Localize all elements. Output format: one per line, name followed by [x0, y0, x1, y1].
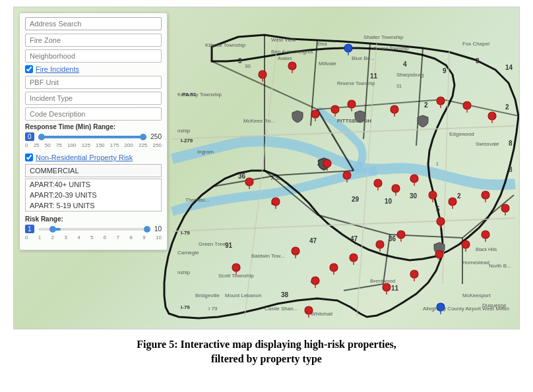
marker-red-31[interactable] [232, 263, 241, 277]
svg-point-100 [331, 105, 339, 113]
svg-text:11: 11 [391, 285, 399, 292]
marker-red-7[interactable] [462, 101, 472, 115]
list-item-1[interactable]: APART:20-39 UNITS [26, 190, 161, 200]
svg-text:11: 11 [370, 72, 378, 80]
svg-point-158 [292, 247, 299, 255]
marker-red-33[interactable] [304, 306, 313, 320]
figure-container: I-279 I-79 I-79 PA 51 A 50 3 11 4 9 3 14… [0, 0, 533, 380]
marker-red-0[interactable] [258, 70, 267, 84]
marker-red-3[interactable] [330, 105, 340, 119]
svg-text:I-79: I-79 [181, 304, 190, 310]
caption-line1: Figure 5: Interactive map displaying hig… [13, 337, 520, 352]
svg-point-144 [462, 240, 470, 248]
neighborhood-input[interactable] [25, 49, 162, 63]
marker-red-5[interactable] [390, 105, 399, 119]
svg-text:8: 8 [509, 166, 513, 173]
svg-text:38: 38 [281, 291, 289, 298]
list-item-2[interactable]: APART: 5-19 UNITS [26, 200, 161, 211]
marker-red-26[interactable] [481, 230, 490, 244]
svg-text:Blue Be...: Blue Be... [352, 55, 375, 61]
response-time-ticks: 0255075100125150175200225250 [25, 142, 162, 148]
marker-red-32[interactable] [291, 246, 300, 261]
risk-range: Risk Range: 1 10 012345678910 [25, 215, 162, 240]
marker-blue-0[interactable] [344, 43, 353, 58]
svg-text:Carnegie: Carnegie [177, 250, 199, 256]
marker-red-16[interactable] [436, 217, 445, 231]
marker-red-14[interactable] [428, 190, 437, 205]
marker-red-21[interactable] [311, 276, 320, 291]
svg-text:I-79: I-79 [181, 230, 190, 236]
svg-text:I 79: I 79 [208, 306, 218, 312]
svg-point-94 [259, 70, 266, 78]
marker-red-10[interactable] [342, 171, 352, 185]
svg-text:Kilbuck Township: Kilbuck Township [205, 42, 246, 48]
marker-red-27[interactable] [481, 190, 490, 205]
list-item-0[interactable]: APART:40+ UNITS [26, 179, 161, 190]
svg-point-116 [374, 179, 382, 187]
code-description-input[interactable] [25, 107, 162, 121]
marker-red-23[interactable] [410, 269, 419, 284]
marker-red-2[interactable] [311, 109, 320, 124]
svg-point-160 [305, 306, 313, 314]
svg-point-142 [435, 250, 443, 258]
fire-zone-input[interactable] [25, 34, 162, 47]
svg-point-146 [482, 231, 489, 238]
svg-point-164 [437, 303, 445, 311]
marker-red-29[interactable] [245, 177, 254, 192]
marker-red-8[interactable] [487, 111, 497, 126]
marker-red-20[interactable] [329, 263, 338, 277]
marker-red-9[interactable] [323, 159, 332, 173]
address-search-input[interactable] [25, 17, 162, 30]
svg-text:10: 10 [385, 198, 392, 205]
svg-point-98 [311, 110, 319, 118]
svg-point-108 [463, 101, 471, 109]
svg-point-156 [232, 264, 240, 271]
non-residential-label[interactable]: Non-Residential Property Risk [36, 154, 133, 161]
marker-red-28[interactable] [501, 204, 510, 218]
marker-red-19[interactable] [349, 253, 358, 267]
marker-red-15[interactable] [448, 197, 457, 211]
marker-red-17[interactable] [396, 230, 406, 244]
svg-point-152 [245, 178, 253, 186]
svg-text:Swissvale: Swissvale [476, 141, 499, 147]
marker-red-25[interactable] [461, 240, 470, 254]
marker-red-1[interactable] [288, 61, 297, 76]
svg-text:47: 47 [309, 237, 317, 244]
marker-red-6[interactable] [436, 96, 445, 111]
svg-text:Green Tree: Green Tree [199, 241, 226, 247]
svg-point-130 [376, 240, 384, 248]
svg-text:2: 2 [457, 192, 461, 200]
svg-text:5: 5 [436, 206, 440, 213]
svg-point-140 [410, 270, 418, 278]
fire-incidents-label[interactable]: Fire Incidents [36, 65, 79, 73]
commercial-value-box[interactable]: COMMERCIAL [25, 164, 162, 177]
marker-red-12[interactable] [391, 184, 400, 198]
svg-text:47: 47 [350, 235, 358, 242]
svg-text:O Hara Township: O Hara Township [373, 46, 409, 51]
marker-red-30[interactable] [271, 197, 280, 211]
pbf-unit-input[interactable] [25, 76, 162, 89]
marker-red-22[interactable] [382, 283, 391, 297]
svg-text:14: 14 [505, 64, 513, 71]
svg-text:29: 29 [352, 196, 360, 203]
svg-point-136 [311, 277, 319, 285]
svg-text:30: 30 [410, 192, 418, 200]
shield-icon-1 [292, 110, 303, 126]
figure-caption: Figure 5: Interactive map displaying hig… [13, 337, 520, 367]
marker-red-11[interactable] [373, 179, 383, 193]
svg-text:2: 2 [424, 101, 428, 109]
marker-red-24[interactable] [435, 250, 444, 264]
marker-red-4[interactable] [347, 99, 356, 114]
incident-type-input[interactable] [25, 92, 162, 105]
svg-text:Whitehall: Whitehall [311, 311, 332, 317]
non-residential-checkbox[interactable] [25, 154, 33, 161]
svg-text:nship: nship [177, 269, 191, 275]
marker-blue-1[interactable] [436, 302, 445, 317]
svg-text:2: 2 [505, 103, 509, 111]
marker-red-13[interactable] [410, 174, 419, 188]
svg-text:Thornbu...: Thornbu... [185, 197, 209, 203]
fire-incidents-checkbox[interactable] [25, 65, 33, 73]
marker-red-18[interactable] [375, 240, 385, 254]
svg-point-110 [488, 112, 496, 120]
svg-point-112 [323, 159, 331, 167]
